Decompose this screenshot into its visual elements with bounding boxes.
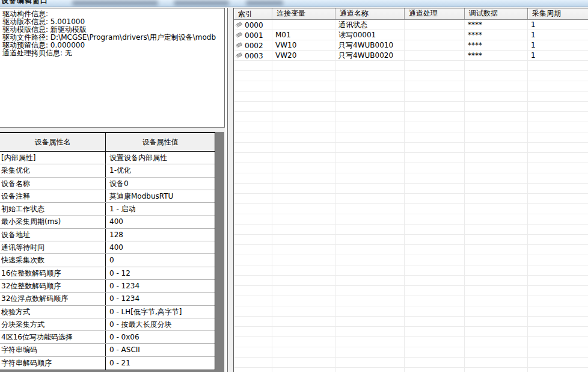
channel-index: 0000 <box>245 20 263 30</box>
channel-name-cell[interactable]: 只写4WUB0020 <box>335 51 405 61</box>
channel-index-cell[interactable]: 0003 <box>234 51 272 61</box>
channel-index: 0002 <box>245 41 263 51</box>
channel-variable-cell[interactable]: VW20 <box>272 51 335 61</box>
property-value-cell[interactable]: 0 - 21 <box>106 357 215 370</box>
property-row[interactable]: 16位整数解码顺序0 - 12 <box>0 267 215 280</box>
property-value-cell[interactable]: 0 - 0x06 <box>106 331 215 343</box>
property-row[interactable]: 最小采集周期(ms)400 <box>0 215 215 228</box>
property-value-cell[interactable]: 设备0 <box>106 178 215 190</box>
property-name-header: 设备属性名 <box>0 133 106 151</box>
channel-row[interactable]: 0001M01读写00001****1 <box>234 30 588 40</box>
column-header-debug-data[interactable]: 调试数据 <box>465 8 528 19</box>
channel-period-cell[interactable]: 1 <box>528 20 588 30</box>
channel-variable-cell[interactable]: VW10 <box>272 40 335 51</box>
property-row[interactable]: 32位浮点数解码顺序0 - 1234 <box>0 293 215 305</box>
channel-debug-cell[interactable]: **** <box>465 20 528 30</box>
chip-icon <box>235 22 243 28</box>
vertical-splitter[interactable] <box>225 8 233 372</box>
property-row[interactable]: 设备地址128 <box>0 229 215 241</box>
property-value-cell[interactable]: 1-优化 <box>106 164 215 176</box>
property-value-cell[interactable]: 0 - ASCII <box>106 344 215 356</box>
channel-row[interactable]: 0000通讯状态****1 <box>234 20 588 30</box>
property-name-cell: 初始工作状态 <box>0 203 106 215</box>
blurred-text-block <box>72 1 158 5</box>
channel-list-panel: 索引 连接变量 通道名称 通道处理 调试数据 采集周期 0000通讯状态****… <box>233 8 588 372</box>
channel-debug-cell[interactable]: **** <box>465 40 528 51</box>
column-header-channel-process[interactable]: 通道处理 <box>405 8 465 19</box>
property-row[interactable]: [内部属性]设置设备内部属性 <box>0 152 215 164</box>
property-row[interactable]: 字符串解码顺序0 - 21 <box>0 357 215 370</box>
property-row[interactable]: 分块采集方式0 - 按最大长度分块 <box>0 318 215 331</box>
property-name-cell: 设备名称 <box>0 178 106 190</box>
property-row[interactable]: 通讯等待时间400 <box>0 241 215 254</box>
driver-info-panel: 驱动构件信息:驱动版本信息: 5.001000驱动模版信息: 新驱动模版驱动文件… <box>0 8 225 128</box>
window-titlebar[interactable]: 设备编辑窗口 <box>0 0 588 7</box>
property-row[interactable]: 初始工作状态1 - 启动 <box>0 203 215 215</box>
channel-row[interactable]: 0002VW10只写4WUB0010****1 <box>234 40 588 51</box>
channel-process-cell[interactable] <box>405 40 465 51</box>
property-name-cell: 设备地址 <box>0 229 106 241</box>
property-name-cell: 16位整数解码顺序 <box>0 267 106 279</box>
property-row[interactable]: 4区16位写功能码选择0 - 0x06 <box>0 331 215 344</box>
property-name-cell: 32位浮点数解码顺序 <box>0 293 106 305</box>
property-value-cell[interactable]: 400 <box>106 215 215 228</box>
property-name-cell: 采集优化 <box>0 164 106 176</box>
property-name-cell: 32位整数解码顺序 <box>0 280 106 292</box>
property-value-cell[interactable]: 0 - 1234 <box>106 293 215 305</box>
channel-name-cell[interactable]: 读写00001 <box>335 30 405 40</box>
column-header-channel-name[interactable]: 通道名称 <box>335 8 405 19</box>
property-row[interactable]: 32位整数解码顺序0 - 1234 <box>0 280 215 293</box>
channel-index-cell[interactable]: 0002 <box>234 40 272 51</box>
channel-period-cell[interactable]: 1 <box>528 30 588 40</box>
property-row[interactable]: 采集优化1-优化 <box>0 164 215 177</box>
driver-info-line: 通道处理拷贝信息: 无 <box>2 49 222 57</box>
property-name-cell: [内部属性] <box>0 152 106 164</box>
chip-icon <box>235 32 243 39</box>
property-value-cell[interactable]: 400 <box>106 241 215 253</box>
property-name-cell: 快速采集次数 <box>0 254 106 266</box>
property-row[interactable]: 字符串编码0 - ASCII <box>0 344 215 356</box>
channel-process-cell[interactable] <box>405 20 465 30</box>
property-value-cell[interactable]: 设置设备内部属性 <box>106 152 215 164</box>
property-value-cell[interactable]: 1 - 启动 <box>106 203 215 215</box>
property-value-cell[interactable]: 0 - LH[低字节,高字节] <box>106 306 215 318</box>
column-header-variable[interactable]: 连接变量 <box>272 8 335 19</box>
channel-period-cell[interactable]: 1 <box>528 40 588 51</box>
channel-name-cell[interactable]: 只写4WUB0010 <box>335 40 405 51</box>
chip-icon <box>235 42 243 49</box>
channel-row[interactable]: 0003VW20只写4WUB0020****1 <box>234 51 588 61</box>
property-panel: 设备属性名 设备属性值 [内部属性]设置设备内部属性采集优化1-优化设备名称设备… <box>0 132 225 372</box>
channel-index-cell[interactable]: 0000 <box>234 20 272 30</box>
channel-debug-cell[interactable]: **** <box>465 51 528 61</box>
channel-index-cell[interactable]: 0001 <box>234 30 272 40</box>
channel-index: 0001 <box>245 31 263 40</box>
property-name-cell: 分块采集方式 <box>0 318 106 330</box>
blurred-text-block <box>174 1 229 5</box>
channel-variable-cell[interactable] <box>272 20 335 30</box>
column-header-collect-period[interactable]: 采集周期 <box>528 8 588 19</box>
channel-name-cell[interactable]: 通讯状态 <box>335 20 405 30</box>
property-name-cell: 设备注释 <box>0 190 106 202</box>
property-value-cell[interactable]: 莫迪康ModbusRTU <box>106 190 215 202</box>
property-value-cell[interactable]: 0 - 按最大长度分块 <box>106 318 215 330</box>
channel-period-cell[interactable]: 1 <box>528 51 588 61</box>
channel-debug-cell[interactable]: **** <box>465 30 528 40</box>
property-table-header: 设备属性名 设备属性值 <box>0 133 215 152</box>
property-row[interactable]: 设备注释莫迪康ModbusRTU <box>0 190 215 203</box>
property-value-cell[interactable]: 0 - 12 <box>106 267 215 279</box>
property-name-cell: 校验方式 <box>0 306 106 318</box>
property-row[interactable]: 校验方式0 - LH[低字节,高字节] <box>0 306 215 318</box>
property-row[interactable]: 快速采集次数0 <box>0 254 215 267</box>
property-value-cell[interactable]: 0 <box>106 254 215 266</box>
column-header-index[interactable]: 索引 <box>234 8 272 19</box>
channel-variable-cell[interactable]: M01 <box>272 30 335 40</box>
channel-list-body: 0000通讯状态****1 0001M01读写00001****1 0002VW… <box>234 20 588 372</box>
channel-process-cell[interactable] <box>405 51 465 61</box>
property-value-cell[interactable]: 0 - 1234 <box>106 280 215 292</box>
property-value-cell[interactable]: 128 <box>106 229 215 241</box>
property-row[interactable]: 设备名称设备0 <box>0 178 215 190</box>
blurred-text-block <box>246 1 283 5</box>
chip-icon <box>235 52 243 59</box>
channel-index: 0003 <box>245 51 263 61</box>
channel-process-cell[interactable] <box>405 30 465 40</box>
